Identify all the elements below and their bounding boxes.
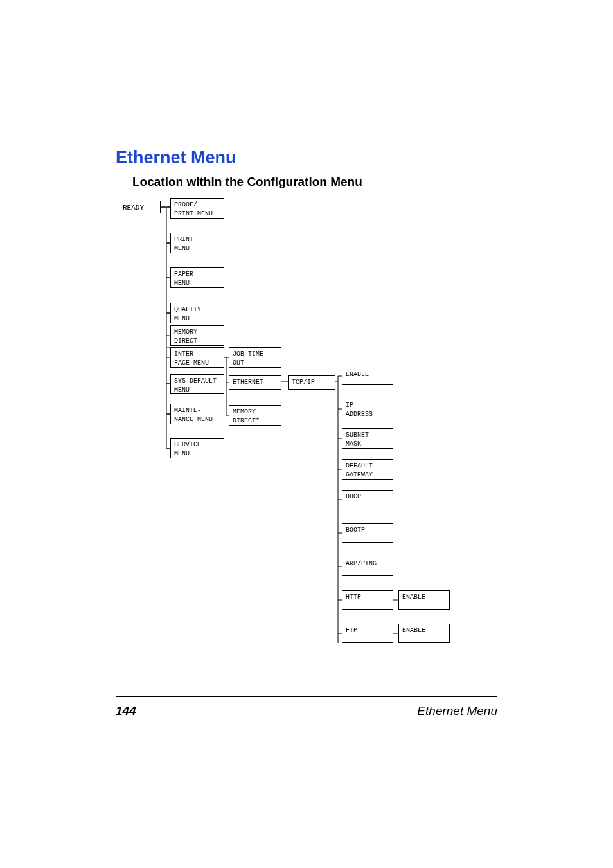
n-arp-ping: ARP/PING [342, 557, 393, 576]
diagram-connectors-fix [0, 0, 613, 675]
section-subtitle: Location within the Configuration Menu [132, 175, 362, 189]
n-paper-menu: PAPER MENU [170, 267, 224, 288]
n-enable: ENABLE [342, 368, 393, 385]
n-ethernet: ETHERNET [229, 375, 281, 390]
n-proof-print: PROOF/ PRINT MENU [170, 198, 224, 219]
diagram-connectors [0, 0, 613, 675]
n-memory-direct-2: MEMORY DIRECT* [229, 405, 281, 426]
svg-rect-35 [166, 203, 167, 448]
n-http-enable: ENABLE [398, 590, 450, 610]
footer-page-number: 144 [116, 704, 136, 718]
n-sys-default: SYS DEFAULT MENU [170, 374, 224, 394]
footer-rule [116, 696, 497, 697]
n-print-menu: PRINT MENU [170, 233, 224, 253]
n-default-gateway: DEFAULT GATEWAY [342, 459, 393, 480]
n-job-timeout: JOB TIME- OUT [229, 347, 281, 368]
node-ready: READY [120, 201, 161, 213]
n-maintenance: MAINTE- NANCE MENU [170, 404, 224, 424]
n-dhcp: DHCP [342, 490, 393, 509]
n-service-menu: SERVICE MENU [170, 438, 224, 458]
n-interface-menu: INTER- FACE MENU [170, 347, 224, 368]
n-memory-direct: MEMORY DIRECT [170, 325, 224, 346]
n-ip-address: IP ADDRESS [342, 399, 393, 419]
n-tcpip: TCP/IP [288, 375, 335, 390]
footer-section-label: Ethernet Menu [417, 704, 497, 718]
n-quality-menu: QUALITY MENU [170, 303, 224, 323]
n-ftp: FTP [342, 624, 393, 643]
n-ftp-enable: ENABLE [398, 624, 450, 643]
section-title: Ethernet Menu [116, 148, 236, 168]
n-http: HTTP [342, 590, 393, 610]
n-bootp: BOOTP [342, 523, 393, 543]
n-subnet-mask: SUBNET MASK [342, 428, 393, 449]
